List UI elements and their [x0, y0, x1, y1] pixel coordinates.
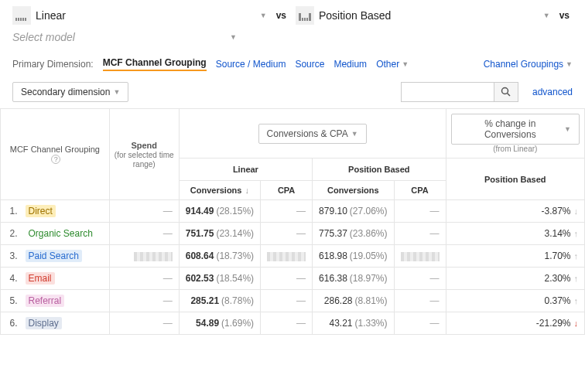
svg-rect-6	[302, 18, 303, 21]
row-index: 2.	[1, 223, 19, 245]
svg-rect-8	[306, 18, 308, 21]
pos-cpa-cell: —	[394, 200, 446, 223]
model-slot-3[interactable]: Select model ▼	[12, 31, 237, 43]
col-change[interactable]: Position Based	[446, 159, 584, 200]
redacted-value	[267, 252, 306, 261]
channel-chip: Direct	[26, 205, 56, 217]
pos-conv-cell: 618.98(19.05%)	[313, 245, 394, 268]
vs-label: vs	[273, 10, 289, 21]
arrow-up-icon: ↑	[574, 296, 579, 305]
col-spend[interactable]: Spend(for selected time range)	[109, 109, 179, 200]
search-input[interactable]	[401, 82, 494, 102]
channel-chip: Referral	[26, 295, 65, 307]
col-lin-conv[interactable]: Conversions↓	[179, 181, 260, 200]
change-cell: -21.29%↓	[446, 312, 584, 335]
dim-link-medium[interactable]: Medium	[334, 59, 367, 70]
row-index: 1.	[1, 200, 19, 223]
pos-cpa-cell: —	[394, 223, 446, 245]
lin-cpa-cell	[261, 245, 313, 268]
linear-icon	[12, 6, 31, 25]
chevron-down-icon[interactable]: ▼	[543, 12, 550, 19]
col-pos-cpa[interactable]: CPA	[394, 181, 446, 200]
row-index: 4.	[1, 268, 19, 290]
toolbar: Secondary dimension▼ advanced	[0, 76, 585, 108]
chevron-down-icon: ▼	[402, 60, 409, 68]
table-row: 5.Referral—285.21(8.78%)—286.28(8.81%)—0…	[1, 290, 585, 312]
redacted-value	[401, 252, 440, 261]
model-selector-row-2: Select model ▼	[0, 31, 585, 49]
change-cell: 2.30%↑	[446, 268, 584, 290]
svg-rect-9	[309, 13, 311, 21]
help-icon[interactable]: ?	[51, 155, 60, 164]
svg-rect-3	[22, 18, 24, 21]
change-cell: 0.37%↑	[446, 290, 584, 312]
sort-arrow-icon: ↓	[245, 186, 249, 195]
lin-cpa-cell: —	[261, 223, 313, 245]
col-group-linear: Linear	[179, 159, 312, 181]
model-2-name: Position Based	[319, 9, 539, 22]
channel-cell[interactable]: Paid Search	[19, 245, 110, 268]
col-pos-conv[interactable]: Conversions	[313, 181, 394, 200]
pos-conv-cell: 775.37(23.86%)	[313, 223, 394, 245]
svg-rect-5	[299, 13, 301, 21]
vs-label: vs	[556, 10, 573, 21]
lin-cpa-cell: —	[261, 200, 313, 223]
search-button[interactable]	[494, 82, 518, 102]
col-lin-cpa[interactable]: CPA	[261, 181, 313, 200]
dim-link-source[interactable]: Source	[295, 59, 324, 70]
position-based-icon	[296, 6, 314, 25]
change-cell: 1.70%↑	[446, 245, 584, 268]
spend-cell	[109, 245, 179, 268]
channel-chip: Paid Search	[26, 250, 82, 262]
col-channel[interactable]: MCF Channel Grouping?	[1, 109, 110, 200]
spend-cell: —	[109, 223, 179, 245]
col-group-position: Position Based	[313, 159, 446, 181]
search-wrap	[401, 82, 518, 102]
search-icon	[501, 87, 511, 97]
model-1-name: Linear	[36, 9, 255, 22]
pos-conv-cell: 286.28(8.81%)	[313, 290, 394, 312]
channel-cell[interactable]: Email	[19, 268, 110, 290]
channel-cell[interactable]: Organic Search	[19, 223, 110, 245]
channel-cell[interactable]: Referral	[19, 290, 110, 312]
change-selector-button[interactable]: % change in Conversions▼	[451, 114, 580, 145]
redacted-value	[134, 252, 173, 261]
pos-conv-cell: 879.10(27.06%)	[313, 200, 394, 223]
pos-conv-cell: 616.38(18.97%)	[313, 268, 394, 290]
secondary-dimension-button[interactable]: Secondary dimension▼	[12, 82, 128, 102]
pos-cpa-cell: —	[394, 312, 446, 335]
channel-chip: Display	[26, 317, 62, 329]
primary-dimension-bar: Primary Dimension: MCF Channel Grouping …	[0, 49, 585, 76]
dim-link-source-medium[interactable]: Source / Medium	[216, 59, 286, 70]
lin-conv-cell: 54.89(1.69%)	[179, 312, 260, 335]
row-index: 5.	[1, 290, 19, 312]
channel-cell[interactable]: Display	[19, 312, 110, 335]
advanced-link[interactable]: advanced	[532, 87, 573, 97]
channel-cell[interactable]: Direct	[19, 200, 110, 223]
channel-groupings-link[interactable]: Channel Groupings▼	[484, 59, 573, 70]
svg-rect-4	[25, 18, 26, 21]
metric-selector-button[interactable]: Conversions & CPA▼	[258, 124, 367, 144]
lin-conv-cell: 751.75(23.14%)	[179, 223, 260, 245]
model-slot-2[interactable]: Position Based ▼	[296, 6, 550, 25]
svg-rect-1	[18, 18, 19, 21]
primary-dimension-active[interactable]: MCF Channel Grouping	[103, 57, 207, 71]
model-selector-row: Linear ▼ vs Position Based ▼ vs	[0, 0, 585, 31]
lin-conv-cell: 285.21(8.78%)	[179, 290, 260, 312]
row-index: 3.	[1, 245, 19, 268]
channel-chip: Organic Search	[26, 227, 96, 240]
change-cell: -3.87%↓	[446, 200, 584, 223]
svg-rect-0	[15, 18, 17, 21]
arrow-up-icon: ↑	[574, 274, 579, 283]
dim-link-other[interactable]: Other▼	[376, 59, 409, 70]
model-slot-1[interactable]: Linear ▼	[12, 6, 267, 25]
arrow-up-icon: ↑	[574, 229, 579, 238]
chevron-down-icon[interactable]: ▼	[230, 33, 237, 41]
spend-cell: —	[109, 312, 179, 335]
lin-cpa-cell: —	[261, 312, 313, 335]
chevron-down-icon: ▼	[566, 60, 573, 68]
channel-chip: Email	[26, 272, 55, 285]
chevron-down-icon[interactable]: ▼	[260, 12, 267, 19]
chevron-down-icon: ▼	[564, 125, 571, 133]
arrow-down-icon: ↓	[574, 319, 579, 328]
